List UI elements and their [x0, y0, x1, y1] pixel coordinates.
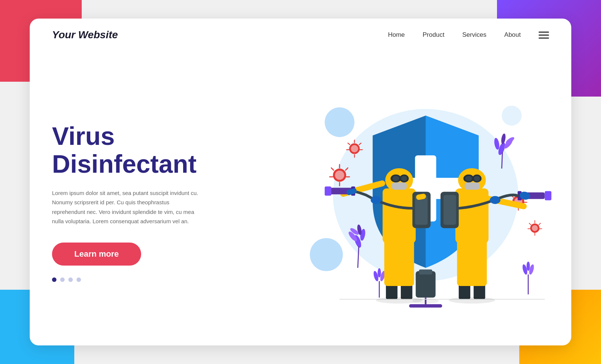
- dot-1[interactable]: [52, 277, 56, 282]
- svg-rect-68: [392, 182, 407, 190]
- circle-tl: [325, 107, 354, 137]
- svg-point-67: [401, 176, 407, 181]
- svg-rect-54: [384, 238, 414, 286]
- right-section: [273, 51, 571, 345]
- content-area: Virus Disinfectant Lorem ipsum dolor sit…: [30, 51, 571, 345]
- hamburger-icon[interactable]: [539, 32, 549, 39]
- hamburger-line-1: [539, 32, 549, 33]
- svg-rect-86: [465, 182, 480, 190]
- nav-link-services[interactable]: Services: [462, 31, 486, 38]
- svg-line-25: [331, 168, 334, 170]
- dot-4[interactable]: [77, 277, 81, 282]
- nav-link-about[interactable]: About: [504, 31, 521, 38]
- circle-bl: [310, 238, 343, 271]
- shadow-right: [449, 297, 495, 304]
- plant-bottom-left: [373, 268, 386, 298]
- svg-line-47: [539, 223, 540, 225]
- nav-link-product[interactable]: Product: [423, 31, 445, 38]
- shadow-equipment: [412, 298, 439, 303]
- learn-more-button[interactable]: Learn more: [52, 243, 141, 266]
- illustration-svg: [273, 51, 571, 345]
- svg-point-21: [335, 170, 344, 180]
- equipment-base: [409, 304, 442, 308]
- nav-link-home[interactable]: Home: [388, 31, 405, 38]
- svg-line-11: [502, 152, 503, 169]
- nav-item-services[interactable]: Services: [462, 31, 486, 39]
- nav-item-home[interactable]: Home: [388, 31, 405, 39]
- svg-point-19: [378, 268, 381, 277]
- circle-tr: [502, 106, 522, 126]
- svg-point-69: [371, 196, 381, 204]
- svg-line-33: [348, 143, 350, 144]
- main-card: Your Website Home Product Services About: [30, 19, 571, 345]
- navbar: Your Website Home Product Services About: [30, 19, 571, 51]
- svg-point-66: [393, 176, 399, 181]
- hero-description: Lorem ipsum dolor sit amet, sea putant s…: [52, 188, 201, 226]
- virus-right-2: [528, 221, 542, 235]
- logo: Your Website: [52, 29, 118, 41]
- equipment-body: [416, 271, 435, 298]
- svg-point-15: [527, 261, 530, 271]
- dot-3[interactable]: [68, 277, 73, 282]
- svg-point-84: [465, 176, 472, 181]
- svg-point-87: [490, 196, 501, 204]
- dot-indicators: [52, 277, 251, 282]
- svg-rect-55: [383, 188, 416, 243]
- svg-rect-76: [444, 195, 456, 225]
- svg-point-9: [501, 133, 506, 144]
- svg-rect-57: [415, 195, 428, 225]
- nav-links: Home Product Services About: [388, 31, 521, 39]
- left-section: Virus Disinfectant Lorem ipsum dolor sit…: [30, 51, 273, 345]
- plant-bottom-right: [522, 261, 535, 294]
- svg-point-29: [351, 145, 358, 153]
- svg-rect-74: [455, 188, 488, 243]
- dot-2[interactable]: [60, 277, 65, 282]
- svg-point-85: [474, 176, 480, 181]
- svg-line-49: [529, 223, 531, 225]
- svg-rect-61: [325, 186, 331, 196]
- equipment-top: [419, 270, 432, 274]
- nav-item-product[interactable]: Product: [423, 31, 445, 39]
- hamburger-line-3: [539, 38, 549, 39]
- hero-title: Virus Disinfectant: [52, 122, 251, 178]
- hamburger-line-2: [539, 35, 549, 36]
- nav-item-about[interactable]: About: [504, 31, 521, 39]
- svg-point-45: [532, 225, 538, 231]
- svg-rect-73: [457, 238, 487, 286]
- svg-rect-79: [545, 191, 552, 200]
